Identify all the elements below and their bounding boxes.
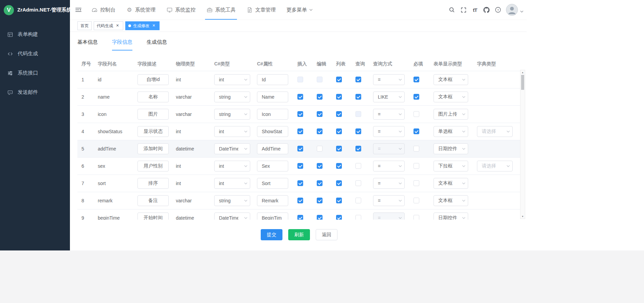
description-input[interactable]: 用户性别 bbox=[137, 161, 169, 171]
tab-0[interactable]: 基本信息 bbox=[77, 37, 98, 50]
csharp-property-input[interactable]: Name bbox=[257, 92, 288, 102]
display-type-select[interactable]: 单选框 bbox=[434, 126, 468, 137]
required-checkbox[interactable] bbox=[413, 163, 419, 169]
tab-2[interactable]: 生成信息 bbox=[147, 37, 167, 50]
scroll-down-arrow[interactable]: ▼ bbox=[520, 214, 525, 219]
user-avatar-menu[interactable] bbox=[506, 4, 524, 16]
tag-0[interactable]: 首页 bbox=[77, 21, 92, 30]
query-method-select[interactable]: = bbox=[373, 195, 405, 206]
csharp-property-input[interactable]: Sex bbox=[257, 161, 288, 171]
required-checkbox[interactable] bbox=[413, 215, 419, 220]
csharp-property-input[interactable]: Icon bbox=[257, 109, 288, 120]
edit-checkbox[interactable] bbox=[317, 180, 323, 186]
sidebar-item-3[interactable]: 发送邮件 bbox=[0, 83, 70, 102]
query-checkbox[interactable] bbox=[355, 163, 361, 169]
query-checkbox[interactable] bbox=[355, 198, 361, 203]
display-type-select[interactable]: 文本框 bbox=[434, 74, 468, 85]
insert-checkbox[interactable] bbox=[297, 180, 303, 186]
query-checkbox[interactable] bbox=[355, 215, 361, 220]
insert-checkbox[interactable] bbox=[297, 111, 303, 117]
scroll-up-arrow[interactable]: ▲ bbox=[520, 70, 525, 75]
csharp-type-select[interactable]: DateTime bbox=[214, 213, 250, 220]
query-method-select[interactable]: = bbox=[373, 126, 405, 137]
description-input[interactable]: 名称 bbox=[137, 92, 169, 102]
list-checkbox[interactable] bbox=[336, 215, 342, 220]
top-menu-item-2[interactable]: 系统监控 bbox=[161, 0, 201, 20]
refresh-button[interactable]: 刷新 bbox=[288, 229, 310, 240]
list-checkbox[interactable] bbox=[336, 163, 342, 169]
required-checkbox[interactable] bbox=[413, 146, 419, 152]
scroll-thumb[interactable] bbox=[521, 75, 524, 90]
csharp-type-select[interactable]: int bbox=[214, 126, 250, 137]
dict-type-select[interactable]: 请选择 bbox=[477, 126, 513, 137]
sidebar-item-0[interactable]: 表单构建 bbox=[0, 25, 70, 44]
edit-checkbox[interactable] bbox=[317, 128, 323, 134]
required-checkbox[interactable] bbox=[413, 94, 419, 100]
csharp-type-select[interactable]: int bbox=[214, 74, 250, 85]
edit-checkbox[interactable] bbox=[317, 198, 323, 203]
sidebar-toggle-button[interactable] bbox=[70, 0, 86, 20]
display-type-select[interactable]: 下拉框 bbox=[434, 161, 468, 171]
edit-checkbox[interactable] bbox=[317, 94, 323, 100]
description-input[interactable]: 显示状态 bbox=[137, 126, 169, 137]
edit-checkbox[interactable] bbox=[317, 215, 323, 220]
display-type-select[interactable]: 文本框 bbox=[434, 178, 468, 189]
display-type-select[interactable]: 文本框 bbox=[434, 92, 468, 102]
insert-checkbox[interactable] bbox=[297, 198, 303, 203]
csharp-property-input[interactable]: ShowStat bbox=[257, 126, 288, 137]
csharp-type-select[interactable]: string bbox=[214, 92, 250, 102]
query-checkbox[interactable] bbox=[355, 94, 361, 100]
top-menu-item-1[interactable]: ⚙系统管理 bbox=[121, 0, 161, 20]
display-type-select[interactable]: 图片上传 bbox=[434, 109, 468, 120]
close-icon[interactable]: × bbox=[115, 23, 120, 28]
top-menu-item-4[interactable]: 文章管理 bbox=[241, 0, 281, 20]
csharp-type-select[interactable]: int bbox=[214, 178, 250, 189]
required-checkbox[interactable] bbox=[413, 111, 419, 117]
csharp-property-input[interactable]: Sort bbox=[257, 178, 288, 189]
query-checkbox[interactable] bbox=[355, 146, 361, 152]
tag-2[interactable]: 生成修改× bbox=[125, 21, 160, 30]
edit-checkbox[interactable] bbox=[317, 111, 323, 117]
table-scrollbar[interactable]: ▲ ▼ bbox=[520, 70, 525, 219]
query-method-select[interactable]: = bbox=[373, 161, 405, 171]
csharp-property-input[interactable]: AddTime bbox=[257, 143, 288, 154]
query-checkbox[interactable] bbox=[355, 180, 361, 186]
insert-checkbox[interactable] bbox=[297, 128, 303, 134]
required-checkbox[interactable] bbox=[413, 128, 419, 134]
csharp-type-select[interactable]: int bbox=[214, 161, 250, 171]
insert-checkbox[interactable] bbox=[297, 163, 303, 169]
help-button[interactable]: ? bbox=[492, 2, 504, 17]
csharp-property-input[interactable]: Id bbox=[257, 74, 288, 85]
query-method-select[interactable]: = bbox=[373, 178, 405, 189]
display-type-select[interactable]: 日期控件 bbox=[434, 143, 468, 154]
edit-checkbox[interactable] bbox=[317, 146, 323, 152]
required-checkbox[interactable] bbox=[413, 77, 419, 82]
description-input[interactable]: 备注 bbox=[137, 195, 169, 206]
csharp-type-select[interactable]: string bbox=[214, 109, 250, 120]
list-checkbox[interactable] bbox=[336, 128, 342, 134]
insert-checkbox[interactable] bbox=[297, 215, 303, 220]
dict-type-select[interactable]: 请选择 bbox=[477, 161, 513, 171]
csharp-type-select[interactable]: string bbox=[214, 195, 250, 206]
list-checkbox[interactable] bbox=[336, 146, 342, 152]
query-checkbox[interactable] bbox=[355, 128, 361, 134]
back-button[interactable]: 返回 bbox=[316, 229, 337, 240]
font-size-button[interactable]: tT bbox=[469, 2, 481, 17]
csharp-property-input[interactable]: Remark bbox=[257, 195, 288, 206]
top-menu-item-3[interactable]: 系统工具 bbox=[201, 0, 241, 20]
description-input[interactable]: 图片 bbox=[137, 109, 169, 120]
github-button[interactable] bbox=[481, 2, 492, 17]
insert-checkbox[interactable] bbox=[297, 146, 303, 152]
required-checkbox[interactable] bbox=[413, 198, 419, 203]
list-checkbox[interactable] bbox=[336, 198, 342, 203]
csharp-type-select[interactable]: DateTime bbox=[214, 143, 250, 154]
list-checkbox[interactable] bbox=[336, 180, 342, 186]
display-type-select[interactable]: 日期控件 bbox=[434, 213, 468, 220]
display-type-select[interactable]: 文本框 bbox=[434, 195, 468, 206]
required-checkbox[interactable] bbox=[413, 180, 419, 186]
top-menu-item-5[interactable]: 更多菜单 bbox=[281, 0, 318, 20]
csharp-property-input[interactable]: BeginTim bbox=[257, 213, 288, 220]
description-input[interactable]: 开始时间 bbox=[137, 213, 169, 220]
query-checkbox[interactable] bbox=[355, 77, 361, 82]
list-checkbox[interactable] bbox=[336, 94, 342, 100]
